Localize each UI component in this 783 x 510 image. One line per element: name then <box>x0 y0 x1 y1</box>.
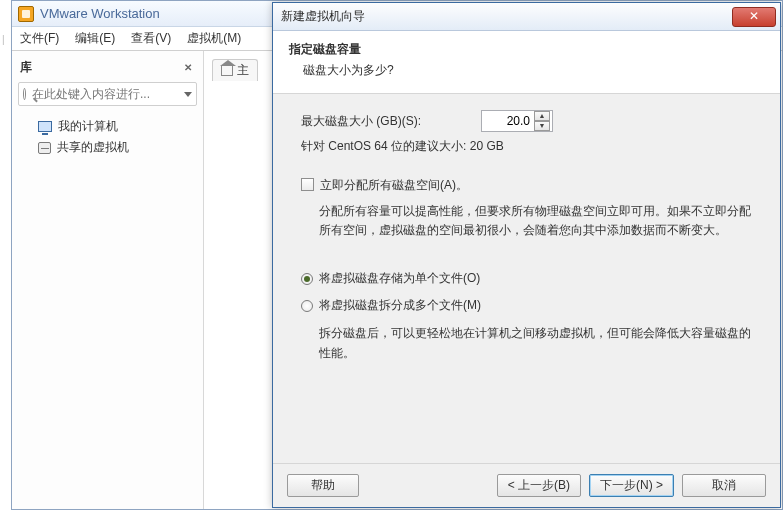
store-single-radio[interactable] <box>301 273 313 285</box>
menu-vm[interactable]: 虚拟机(M) <box>187 30 241 47</box>
disk-size-row: 最大磁盘大小 (GB)(S): ▲ ▼ <box>301 110 756 132</box>
sidebar-title: 库 <box>20 59 32 76</box>
back-button[interactable]: < 上一步(B) <box>497 474 581 497</box>
menu-file[interactable]: 文件(F) <box>20 30 59 47</box>
allocate-now-row[interactable]: 立即分配所有磁盘空间(A)。 <box>301 177 756 194</box>
dialog-body: 最大磁盘大小 (GB)(S): ▲ ▼ 针对 CentOS 64 位的建议大小:… <box>273 94 780 371</box>
allocate-now-label: 立即分配所有磁盘空间(A)。 <box>320 177 468 194</box>
dialog-titlebar[interactable]: 新建虚拟机向导 ✕ <box>273 3 780 31</box>
search-wrap[interactable] <box>18 82 197 106</box>
dialog-close-button[interactable]: ✕ <box>732 7 776 27</box>
store-split-radio[interactable] <box>301 300 313 312</box>
search-input[interactable] <box>30 86 184 102</box>
disk-size-input-wrap: ▲ ▼ <box>481 110 553 132</box>
sidebar: 库 ✕ 我的计算机 共享的虚拟机 <box>12 51 204 509</box>
menu-view[interactable]: 查看(V) <box>131 30 171 47</box>
sidebar-item-shared-vms[interactable]: 共享的虚拟机 <box>20 137 195 158</box>
disk-size-spinner: ▲ ▼ <box>534 111 550 131</box>
spinner-down-button[interactable]: ▼ <box>534 121 550 131</box>
menu-edit[interactable]: 编辑(E) <box>75 30 115 47</box>
store-split-desc: 拆分磁盘后，可以更轻松地在计算机之间移动虚拟机，但可能会降低大容量磁盘的性能。 <box>301 324 756 362</box>
home-icon <box>221 66 233 76</box>
sidebar-close-icon[interactable]: ✕ <box>181 61 195 75</box>
app-title: VMware Workstation <box>40 6 160 21</box>
sidebar-tree: 我的计算机 共享的虚拟机 <box>18 110 197 164</box>
store-single-label: 将虚拟磁盘存储为单个文件(O) <box>319 270 480 287</box>
shared-icon <box>38 142 51 154</box>
disk-size-label: 最大磁盘大小 (GB)(S): <box>301 113 481 130</box>
dialog-header: 指定磁盘容量 磁盘大小为多少? <box>273 31 780 94</box>
sidebar-header: 库 ✕ <box>18 57 197 82</box>
monitor-icon <box>38 121 52 132</box>
dialog-title: 新建虚拟机向导 <box>281 8 365 25</box>
chevron-down-icon[interactable] <box>184 92 192 97</box>
tab-home[interactable]: 主 <box>212 59 258 81</box>
app-icon <box>18 6 34 22</box>
dialog-footer: 帮助 < 上一步(B) 下一步(N) > 取消 <box>273 463 780 507</box>
search-icon <box>23 88 26 100</box>
allocate-now-desc: 分配所有容量可以提高性能，但要求所有物理磁盘空间立即可用。如果不立即分配所有空间… <box>301 202 756 240</box>
sidebar-item-my-computer[interactable]: 我的计算机 <box>20 116 195 137</box>
allocate-now-checkbox[interactable] <box>301 178 314 191</box>
recommended-size-text: 针对 CentOS 64 位的建议大小: 20 GB <box>301 138 756 155</box>
disk-size-input[interactable] <box>482 113 532 129</box>
sidebar-item-label: 我的计算机 <box>58 118 118 135</box>
spinner-up-button[interactable]: ▲ <box>534 111 550 121</box>
dialog-subheading: 磁盘大小为多少? <box>289 62 764 79</box>
cancel-button[interactable]: 取消 <box>682 474 766 497</box>
next-button[interactable]: 下一步(N) > <box>589 474 674 497</box>
tab-home-label: 主 <box>237 62 249 79</box>
dialog-heading: 指定磁盘容量 <box>289 41 764 58</box>
left-strip <box>0 0 11 510</box>
sidebar-item-label: 共享的虚拟机 <box>57 139 129 156</box>
store-split-label: 将虚拟磁盘拆分成多个文件(M) <box>319 297 481 314</box>
store-split-row[interactable]: 将虚拟磁盘拆分成多个文件(M) <box>301 297 756 314</box>
wizard-dialog: 新建虚拟机向导 ✕ 指定磁盘容量 磁盘大小为多少? 最大磁盘大小 (GB)(S)… <box>272 2 781 508</box>
help-button[interactable]: 帮助 <box>287 474 359 497</box>
store-single-row[interactable]: 将虚拟磁盘存储为单个文件(O) <box>301 270 756 287</box>
